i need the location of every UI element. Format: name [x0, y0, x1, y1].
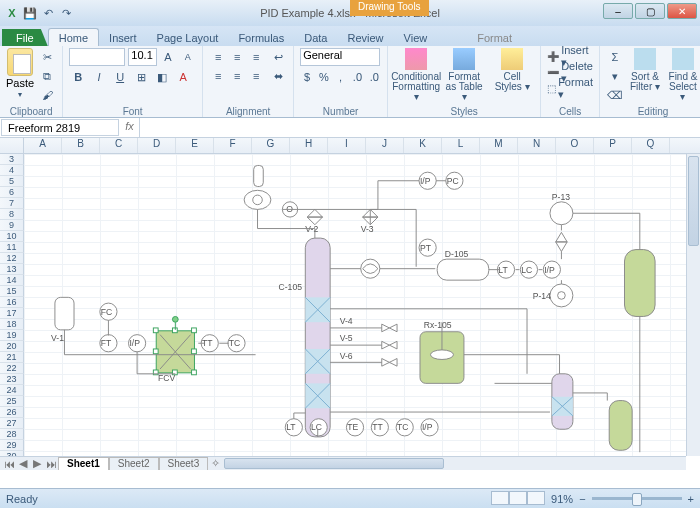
- fill-color-button[interactable]: ◧: [153, 68, 171, 86]
- svg-rect-17: [192, 328, 197, 333]
- view-buttons[interactable]: [491, 491, 545, 507]
- tab-home[interactable]: Home: [48, 28, 99, 46]
- formula-input[interactable]: [140, 118, 700, 137]
- save-icon[interactable]: 💾: [22, 5, 38, 21]
- svg-text:TT: TT: [372, 422, 383, 432]
- wrap-text-button[interactable]: ↩: [269, 48, 287, 66]
- svg-text:PT: PT: [420, 243, 432, 253]
- new-sheet-icon[interactable]: ✧: [208, 457, 222, 470]
- border-button[interactable]: ⊞: [132, 68, 150, 86]
- title-bar: X 💾 ↶ ↷ PID Example 4.xlsx - Microsoft E…: [0, 0, 700, 26]
- svg-text:C-105: C-105: [279, 282, 303, 292]
- increase-font-icon[interactable]: A: [160, 48, 177, 66]
- svg-text:FT: FT: [101, 338, 112, 348]
- group-title: Clipboard: [6, 106, 56, 117]
- svg-text:V-6: V-6: [340, 351, 353, 361]
- percent-icon[interactable]: %: [317, 68, 331, 86]
- row-headers[interactable]: 3456789101112131415161718192021222324252…: [0, 154, 24, 470]
- cell-grid[interactable]: V-1 FC FT I/P TT TC FCV C-1: [24, 154, 686, 456]
- tab-format-context[interactable]: Format: [467, 29, 522, 46]
- tab-data[interactable]: Data: [294, 29, 337, 46]
- sheet-tab-3[interactable]: Sheet3: [159, 457, 209, 470]
- tab-nav-prev-icon[interactable]: ◀: [16, 457, 30, 470]
- zoom-out-icon[interactable]: −: [579, 493, 585, 505]
- zoom-level[interactable]: 91%: [551, 493, 573, 505]
- svg-text:P-13: P-13: [552, 192, 570, 202]
- find-select-button[interactable]: Find & Select ▾: [666, 48, 700, 102]
- file-tab[interactable]: File: [2, 29, 48, 46]
- select-all-corner[interactable]: [0, 138, 24, 153]
- tab-review[interactable]: Review: [337, 29, 393, 46]
- svg-text:I/P: I/P: [422, 422, 433, 432]
- increase-decimal-icon[interactable]: .0: [351, 68, 365, 86]
- paste-button[interactable]: Paste▾: [6, 48, 34, 99]
- fill-down-icon[interactable]: ▾: [606, 67, 624, 85]
- format-as-table-button[interactable]: Format as Table ▾: [442, 48, 486, 102]
- font-name-select[interactable]: [69, 48, 125, 66]
- sheet-tab-1[interactable]: Sheet1: [58, 457, 109, 470]
- cut-icon[interactable]: ✂: [38, 48, 56, 66]
- decrease-font-icon[interactable]: A: [179, 48, 196, 66]
- merge-button[interactable]: ⬌: [269, 67, 287, 85]
- group-editing: Σ ▾ ⌫ Sort & Filter ▾ Find & Select ▾ Ed…: [600, 46, 700, 117]
- format-cells-button[interactable]: ⬚ Format ▾: [547, 80, 593, 96]
- svg-text:V-1: V-1: [51, 333, 64, 343]
- group-styles: Conditional Formatting ▾ Format as Table…: [388, 46, 541, 117]
- sort-filter-button[interactable]: Sort & Filter ▾: [628, 48, 662, 92]
- svg-rect-38: [254, 165, 264, 186]
- tab-page-layout[interactable]: Page Layout: [147, 29, 229, 46]
- fx-icon[interactable]: fx: [120, 118, 140, 137]
- svg-point-37: [253, 195, 263, 205]
- vertical-scrollbar[interactable]: [686, 154, 700, 456]
- svg-point-57: [550, 202, 573, 225]
- close-button[interactable]: ✕: [667, 3, 697, 19]
- sheet-tab-2[interactable]: Sheet2: [109, 457, 159, 470]
- horizontal-scroll-area: ⏮ ◀ ▶ ⏭ Sheet1 Sheet2 Sheet3 ✧: [0, 456, 686, 470]
- app-icon[interactable]: X: [4, 5, 20, 21]
- worksheet-area: ABCDEFGHIJKLMNOPQ 3456789101112131415161…: [0, 138, 700, 470]
- horizontal-scrollbar[interactable]: [222, 457, 686, 470]
- format-painter-icon[interactable]: 🖌: [38, 86, 56, 104]
- svg-text:LC: LC: [311, 422, 322, 432]
- copy-icon[interactable]: ⧉: [38, 67, 56, 85]
- tab-nav-first-icon[interactable]: ⏮: [2, 458, 16, 470]
- tab-nav-next-icon[interactable]: ▶: [30, 457, 44, 470]
- tab-formulas[interactable]: Formulas: [228, 29, 294, 46]
- underline-button[interactable]: U: [111, 68, 129, 86]
- svg-text:FC: FC: [101, 307, 112, 317]
- svg-text:LC: LC: [521, 265, 532, 275]
- svg-point-60: [558, 292, 566, 300]
- number-format-select[interactable]: General: [300, 48, 380, 66]
- italic-button[interactable]: I: [90, 68, 108, 86]
- currency-icon[interactable]: $: [300, 68, 314, 86]
- group-title: Editing: [606, 106, 700, 117]
- zoom-in-icon[interactable]: +: [688, 493, 694, 505]
- contextual-tab-group: Drawing Tools: [350, 0, 429, 16]
- zoom-slider[interactable]: [592, 497, 682, 500]
- minimize-button[interactable]: –: [603, 3, 633, 19]
- cell-styles-button[interactable]: Cell Styles ▾: [490, 48, 534, 92]
- sheet-tab-bar: ⏮ ◀ ▶ ⏭ Sheet1 Sheet2 Sheet3 ✧: [0, 457, 222, 470]
- redo-icon[interactable]: ↷: [58, 5, 74, 21]
- comma-icon[interactable]: ,: [334, 68, 348, 86]
- clear-icon[interactable]: ⌫: [606, 86, 624, 104]
- group-clipboard: Paste▾ ✂ ⧉ 🖌 Clipboard: [0, 46, 63, 117]
- svg-text:I/P: I/P: [544, 265, 555, 275]
- pid-diagram[interactable]: V-1 FC FT I/P TT TC FCV C-1: [24, 154, 686, 456]
- decrease-decimal-icon[interactable]: .0: [367, 68, 381, 86]
- bold-button[interactable]: B: [69, 68, 87, 86]
- conditional-formatting-button[interactable]: Conditional Formatting ▾: [394, 48, 438, 102]
- maximize-button[interactable]: ▢: [635, 3, 665, 19]
- alignment-buttons[interactable]: ≡≡≡≡≡≡: [209, 48, 265, 85]
- name-box[interactable]: Freeform 2819: [1, 119, 119, 136]
- column-headers[interactable]: ABCDEFGHIJKLMNOPQ: [0, 138, 700, 154]
- tab-view[interactable]: View: [394, 29, 438, 46]
- group-number: General $ % , .0 .0 Number: [294, 46, 388, 117]
- svg-text:Rx-105: Rx-105: [424, 320, 452, 330]
- undo-icon[interactable]: ↶: [40, 5, 56, 21]
- autosum-icon[interactable]: Σ: [606, 48, 624, 66]
- tab-insert[interactable]: Insert: [99, 29, 147, 46]
- tab-nav-last-icon[interactable]: ⏭: [44, 458, 58, 470]
- font-size-select[interactable]: 10.1: [128, 48, 156, 66]
- font-color-button[interactable]: A: [174, 68, 192, 86]
